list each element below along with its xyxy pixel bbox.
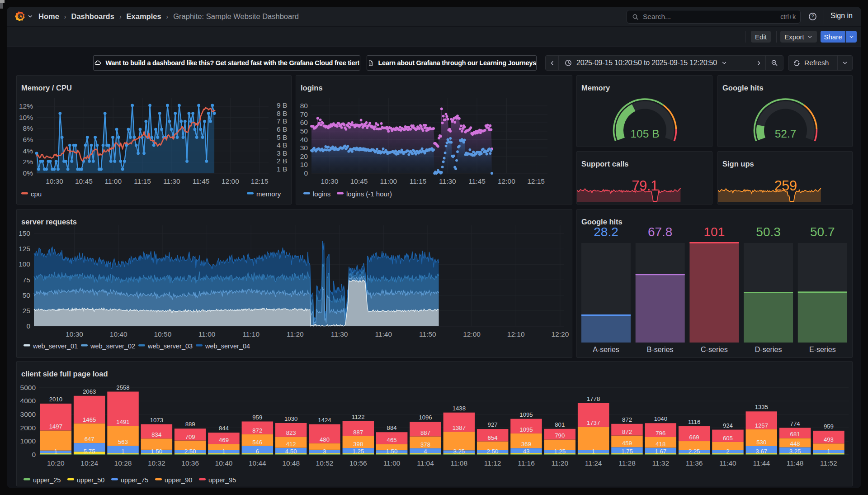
svg-text:2.50: 2.50 (184, 448, 196, 455)
svg-text:logins: logins (313, 190, 330, 198)
svg-text:11:20: 11:20 (287, 330, 304, 338)
svg-text:43: 43 (523, 448, 530, 455)
svg-text:5.75: 5.75 (84, 448, 95, 455)
svg-text:2 B: 2 B (277, 157, 287, 165)
svg-text:9 B: 9 B (277, 101, 287, 109)
svg-text:0%: 0% (23, 169, 33, 177)
svg-text:1: 1 (54, 448, 57, 455)
svg-text:1387: 1387 (453, 424, 466, 431)
svg-text:563: 563 (118, 438, 128, 445)
svg-text:927: 927 (488, 421, 498, 428)
svg-text:459: 459 (622, 440, 632, 447)
svg-text:10:32: 10:32 (148, 459, 165, 467)
svg-text:10:30: 10:30 (321, 177, 339, 185)
svg-text:1.75: 1.75 (621, 448, 633, 455)
svg-text:4.50: 4.50 (285, 448, 297, 455)
svg-text:5 B: 5 B (277, 133, 287, 141)
svg-text:11:36: 11:36 (686, 459, 703, 467)
svg-text:67.8: 67.8 (648, 225, 673, 239)
svg-text:1040: 1040 (654, 415, 667, 422)
svg-text:1: 1 (222, 448, 225, 455)
svg-text:12:00: 12:00 (498, 177, 515, 185)
svg-text:30: 30 (300, 144, 308, 152)
svg-text:448: 448 (790, 440, 800, 447)
svg-text:1335: 1335 (755, 404, 768, 410)
svg-text:10:30: 10:30 (66, 330, 83, 338)
svg-text:669: 669 (689, 434, 699, 441)
svg-text:3.25: 3.25 (453, 448, 465, 455)
svg-text:398: 398 (353, 441, 363, 447)
svg-text:upper_25: upper_25 (33, 476, 61, 484)
svg-text:79.1: 79.1 (632, 178, 658, 194)
svg-text:11:12: 11:12 (484, 459, 501, 467)
svg-text:12%: 12% (19, 102, 33, 110)
svg-text:1491: 1491 (116, 419, 129, 425)
svg-text:369: 369 (521, 441, 531, 447)
svg-text:11:24: 11:24 (585, 459, 602, 467)
svg-text:2558: 2558 (116, 384, 129, 391)
svg-text:546: 546 (252, 439, 262, 446)
svg-text:1257: 1257 (755, 422, 768, 429)
svg-text:125: 125 (19, 245, 30, 252)
svg-text:11:30: 11:30 (331, 330, 348, 338)
svg-text:12:10: 12:10 (507, 330, 525, 338)
svg-text:530: 530 (756, 439, 766, 446)
svg-text:6 B: 6 B (277, 125, 287, 133)
svg-text:7 B: 7 B (277, 117, 287, 125)
svg-text:1.50: 1.50 (151, 448, 162, 455)
svg-text:upper_50: upper_50 (77, 476, 104, 484)
svg-text:0: 0 (26, 322, 30, 330)
svg-text:10: 10 (300, 161, 308, 168)
svg-text:2010: 2010 (49, 396, 62, 403)
svg-text:796: 796 (656, 430, 665, 437)
svg-text:1122: 1122 (352, 414, 364, 420)
svg-text:10:50: 10:50 (154, 330, 172, 338)
svg-text:8%: 8% (23, 124, 33, 132)
svg-text:11:00: 11:00 (104, 177, 122, 185)
svg-text:1073: 1073 (150, 417, 163, 424)
svg-text:10:20: 10:20 (47, 459, 65, 467)
svg-text:801: 801 (555, 421, 565, 428)
svg-text:1438: 1438 (453, 405, 466, 412)
svg-text:465: 465 (387, 437, 397, 443)
svg-text:D-series: D-series (755, 346, 782, 353)
svg-text:6%: 6% (23, 136, 33, 143)
svg-text:872: 872 (622, 428, 632, 435)
svg-text:10:36: 10:36 (181, 459, 199, 467)
svg-text:11:45: 11:45 (193, 177, 210, 185)
svg-text:924: 924 (723, 422, 733, 429)
svg-text:4000: 4000 (20, 397, 36, 405)
svg-text:web_server_03: web_server_03 (147, 343, 193, 350)
svg-text:1.50: 1.50 (386, 448, 398, 455)
svg-text:1.25: 1.25 (352, 448, 364, 455)
svg-text:11:40: 11:40 (375, 330, 392, 338)
svg-text:493: 493 (824, 436, 834, 443)
svg-text:844: 844 (219, 425, 229, 432)
svg-text:887: 887 (353, 429, 363, 436)
svg-text:1 B: 1 B (277, 165, 287, 173)
svg-text:654: 654 (488, 434, 498, 441)
svg-text:959: 959 (252, 414, 262, 421)
svg-text:1095: 1095 (519, 411, 533, 418)
svg-text:1497: 1497 (49, 423, 62, 430)
svg-text:1: 1 (827, 448, 830, 455)
svg-text:upper_75: upper_75 (121, 476, 148, 484)
svg-text:11:00: 11:00 (383, 459, 401, 467)
svg-text:100: 100 (19, 260, 30, 268)
svg-text:11:04: 11:04 (417, 459, 434, 467)
svg-text:upper_90: upper_90 (165, 476, 192, 484)
svg-text:5000: 5000 (20, 384, 36, 391)
svg-text:2000: 2000 (20, 424, 36, 432)
svg-text:12:00: 12:00 (222, 177, 239, 185)
svg-text:10:44: 10:44 (249, 459, 266, 467)
svg-text:1737: 1737 (587, 419, 600, 426)
svg-text:1.67: 1.67 (655, 448, 666, 455)
svg-text:1778: 1778 (587, 395, 600, 402)
svg-text:0: 0 (32, 451, 36, 458)
svg-text:480: 480 (320, 436, 330, 443)
svg-text:10:24: 10:24 (80, 459, 98, 467)
svg-text:10%: 10% (19, 114, 33, 121)
svg-text:11:08: 11:08 (450, 459, 467, 467)
svg-text:28.2: 28.2 (594, 225, 618, 239)
svg-text:2.50: 2.50 (487, 448, 499, 455)
